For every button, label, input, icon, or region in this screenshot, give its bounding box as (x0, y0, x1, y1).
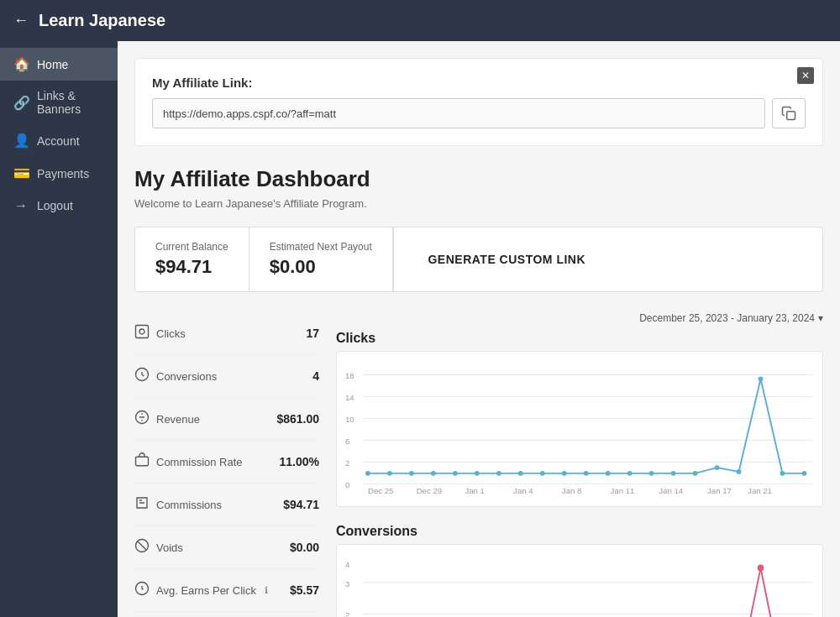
avg-earn-icon (134, 581, 150, 599)
current-balance-label: Current Balance (155, 241, 228, 253)
main-content: ✕ My Affiliate Link: My Affiliate Dashbo… (118, 41, 840, 617)
svg-text:4: 4 (345, 560, 350, 569)
commissions-icon (134, 495, 150, 514)
sidebar-item-payments[interactable]: 💳 Payments (0, 157, 118, 190)
svg-point-37 (518, 471, 523, 476)
generate-custom-link-button[interactable]: GENERATE CUSTOM LINK (393, 227, 620, 291)
conversions-chart: 0 1 2 3 4 Dec 25 Dec 29 Jan 2024 (336, 544, 823, 617)
home-icon: 🏠 (13, 56, 29, 72)
commissions-value: $94.71 (283, 498, 319, 511)
voids-label: Voids (156, 541, 183, 554)
affiliate-link-label: My Affiliate Link: (152, 76, 806, 90)
stat-row-revenue: Revenue $861.00 (134, 398, 319, 441)
svg-text:Jan 14: Jan 14 (659, 486, 684, 495)
svg-point-39 (562, 471, 567, 476)
logout-icon: → (13, 198, 29, 213)
svg-point-43 (649, 471, 654, 476)
header: ← Learn Japanese (0, 0, 840, 41)
svg-text:Jan 11: Jan 11 (611, 486, 635, 495)
stat-row-avg-earn: Avg. Earns Per Click ℹ $5.57 (134, 569, 319, 612)
sidebar-item-links-banners[interactable]: 🔗 Links & Banners (0, 81, 118, 124)
svg-rect-5 (136, 457, 149, 466)
revenue-value: $861.00 (276, 412, 319, 426)
sidebar-item-account[interactable]: 👤 Account (0, 124, 118, 157)
sidebar: 🏠 Home 🔗 Links & Banners 👤 Account 💳 Pay… (0, 41, 118, 617)
clicks-chart-svg: 0 2 6 10 14 18 Dec 25 (345, 360, 814, 494)
main-layout: 🏠 Home 🔗 Links & Banners 👤 Account 💳 Pay… (0, 41, 840, 617)
revenue-label: Revenue (156, 413, 200, 426)
sidebar-logout-label: Logout (37, 199, 73, 212)
left-stats: Clicks 17 Conversions 4 (134, 312, 319, 617)
avg-earn-value: $5.57 (290, 583, 319, 597)
conversions-icon (134, 367, 150, 385)
conversions-label: Conversions (156, 370, 217, 383)
svg-text:Jan 21: Jan 21 (748, 486, 772, 495)
svg-point-30 (365, 471, 370, 476)
svg-point-32 (409, 471, 414, 476)
svg-point-48 (759, 376, 764, 381)
svg-text:10: 10 (345, 415, 354, 424)
sidebar-links-label: Links & Banners (37, 89, 104, 116)
affiliate-link-input[interactable] (152, 98, 765, 128)
sidebar-home-label: Home (37, 58, 68, 71)
svg-point-41 (606, 471, 611, 476)
svg-point-87 (758, 565, 764, 572)
date-range-selector[interactable]: December 25, 2023 - January 23, 2024 ▾ (639, 312, 823, 324)
svg-text:0: 0 (345, 480, 349, 489)
charts-area: December 25, 2023 - January 23, 2024 ▾ C… (319, 312, 823, 617)
avg-earn-info-icon: ℹ (265, 585, 268, 596)
svg-point-34 (453, 471, 458, 476)
affiliate-link-card: ✕ My Affiliate Link: (134, 58, 823, 146)
svg-text:Jan 4: Jan 4 (513, 486, 533, 495)
copy-link-button[interactable] (772, 98, 806, 128)
commission-rate-value: 11.00% (280, 455, 319, 468)
svg-text:18: 18 (345, 371, 354, 380)
content-row: Clicks 17 Conversions 4 (134, 312, 823, 617)
close-button[interactable]: ✕ (797, 67, 814, 84)
sidebar-item-home[interactable]: 🏠 Home (0, 48, 118, 81)
back-button[interactable]: ← (13, 12, 29, 29)
svg-point-45 (693, 471, 698, 476)
svg-point-42 (627, 471, 633, 476)
date-range-text: December 25, 2023 - January 23, 2024 (639, 312, 815, 324)
stat-row-clicks: Clicks 17 (134, 312, 319, 355)
sidebar-account-label: Account (37, 134, 80, 148)
svg-text:2: 2 (345, 458, 349, 468)
svg-point-49 (780, 471, 785, 476)
app-title: Learn Japanese (39, 11, 165, 30)
commissions-label: Commissions (156, 499, 222, 511)
current-balance-value: $94.71 (155, 256, 228, 278)
sidebar-item-logout[interactable]: → Logout (0, 190, 118, 222)
svg-text:3: 3 (345, 579, 349, 588)
svg-text:6: 6 (345, 437, 349, 446)
svg-point-46 (715, 465, 720, 470)
svg-text:Jan 17: Jan 17 (707, 486, 732, 495)
svg-point-44 (671, 471, 676, 476)
voids-icon (134, 538, 150, 557)
stat-row-commission-rate: Commission Rate 11.00% (134, 441, 319, 484)
dashboard-title: My Affiliate Dashboard (134, 166, 823, 192)
clicks-icon (134, 324, 150, 342)
svg-point-50 (802, 471, 807, 476)
svg-point-38 (540, 471, 545, 476)
svg-text:Dec 29: Dec 29 (417, 486, 442, 495)
stat-row-conversions: Conversions 4 (134, 355, 319, 398)
payments-icon: 💳 (13, 165, 29, 181)
svg-point-2 (139, 329, 144, 334)
stat-row-commissions: Commissions $94.71 (134, 484, 319, 526)
svg-rect-1 (136, 326, 149, 338)
clicks-label: Clicks (156, 327, 186, 340)
svg-line-7 (138, 541, 147, 551)
conversions-chart-svg: 0 1 2 3 4 Dec 25 Dec 29 Jan 2024 (345, 553, 814, 617)
commission-rate-icon (134, 452, 150, 471)
svg-point-47 (737, 469, 742, 474)
clicks-chart: 0 2 6 10 14 18 Dec 25 (336, 351, 823, 507)
svg-text:2: 2 (345, 610, 349, 617)
dashboard-subtitle: Welcome to Learn Japanese's Affiliate Pr… (134, 197, 823, 210)
svg-text:Jan 8: Jan 8 (562, 486, 582, 495)
svg-point-35 (475, 471, 480, 476)
commission-rate-label: Commission Rate (156, 456, 243, 468)
clicks-value: 17 (306, 327, 319, 340)
links-icon: 🔗 (13, 95, 29, 111)
conversions-value: 4 (312, 369, 319, 383)
